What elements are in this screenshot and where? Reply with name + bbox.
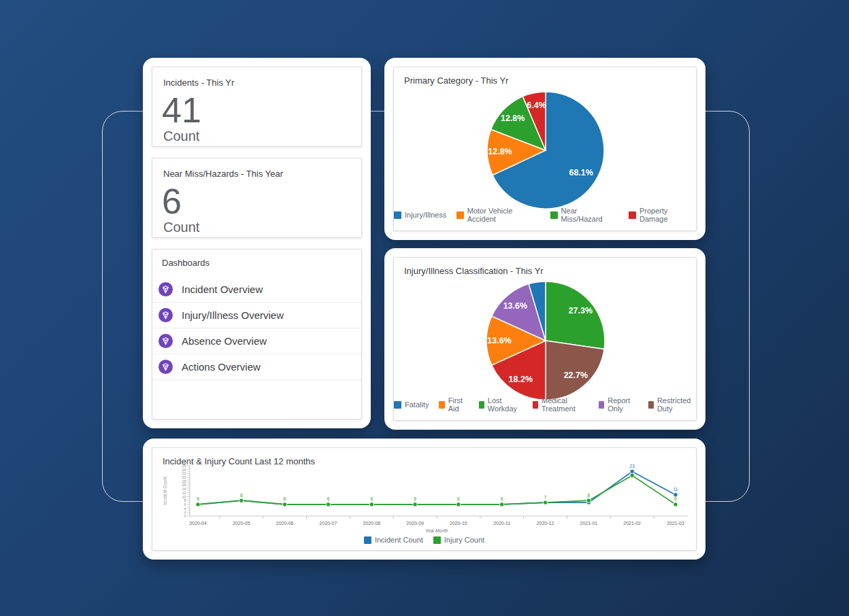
- svg-text:6: 6: [197, 496, 199, 501]
- kpi-value: 6: [162, 184, 350, 219]
- svg-text:12.8%: 12.8%: [501, 114, 525, 123]
- dashboards-card-title: Dashboards: [152, 258, 361, 268]
- svg-text:6: 6: [327, 496, 330, 501]
- primary-category-pie-chart[interactable]: 68.1%12.8%12.8%6.4%: [394, 84, 697, 224]
- svg-text:22.7%: 22.7%: [564, 371, 588, 380]
- dashboard-link-incident-overview[interactable]: Incident Overview: [152, 277, 361, 303]
- dashboards-card: Dashboards Incident Overview Injury/Illn…: [152, 249, 362, 420]
- dashboard-link-label: Actions Overview: [182, 361, 261, 373]
- legend-item[interactable]: Incident Count: [364, 536, 423, 544]
- svg-text:6: 6: [284, 496, 286, 501]
- svg-text:10: 10: [182, 495, 186, 499]
- svg-text:6: 6: [370, 496, 373, 501]
- svg-text:22: 22: [182, 471, 186, 475]
- legend-label: First Aid: [448, 396, 469, 413]
- dashboard-gem-icon: [159, 360, 173, 374]
- injury-classification-pie-chart[interactable]: 27.3%22.7%18.2%13.6%13.6%: [394, 275, 697, 414]
- legend-label: Restricted Duty: [657, 396, 696, 413]
- chart-title: Incident & Injury Count Last 12 months: [163, 456, 315, 466]
- incident-injury-trend-line-chart[interactable]: 024681012141618202224262020-042020-05202…: [161, 463, 698, 536]
- svg-text:8: 8: [588, 493, 590, 498]
- svg-text:8: 8: [184, 498, 186, 502]
- legend-label: Fatality: [405, 400, 429, 409]
- svg-text:13.6%: 13.6%: [487, 336, 511, 345]
- dashboard-gem-icon: [159, 334, 173, 348]
- svg-text:6.4%: 6.4%: [527, 101, 546, 110]
- legend-item[interactable]: Near Miss/Hazard: [550, 207, 618, 223]
- legend-swatch: [629, 211, 636, 219]
- legend-item[interactable]: Medical Treatment: [533, 396, 588, 413]
- svg-text:18.2%: 18.2%: [509, 375, 533, 384]
- svg-text:6: 6: [674, 496, 677, 501]
- dashboard-gem-icon: [159, 308, 173, 322]
- dashboard-link-label: Absence Overview: [182, 335, 267, 347]
- svg-text:2020-10: 2020-10: [450, 521, 467, 526]
- legend-label: Near Miss/Hazard: [561, 207, 619, 223]
- svg-text:13.6%: 13.6%: [503, 301, 527, 311]
- svg-text:23: 23: [630, 464, 635, 468]
- kpi-title: Incidents - This Yr: [163, 78, 350, 88]
- svg-text:12: 12: [182, 491, 186, 495]
- dashboard-link-label: Incident Overview: [182, 284, 263, 295]
- legend-label: Motor Vehicle Accident: [467, 207, 540, 223]
- svg-text:2021-01: 2021-01: [580, 521, 598, 526]
- kpi-title: Near Miss/Hazards - This Year: [163, 169, 350, 179]
- legend-label: Property Damage: [639, 207, 696, 223]
- primary-category-legend: Injury/IllnessMotor Vehicle AccidentNear…: [394, 207, 696, 223]
- legend-swatch: [394, 401, 401, 409]
- svg-text:16: 16: [182, 483, 186, 487]
- dashboard-link-label: Injury/Illness Overview: [182, 309, 284, 321]
- svg-text:0: 0: [184, 514, 186, 518]
- svg-text:11: 11: [673, 487, 678, 492]
- kpi-unit-label: Count: [163, 220, 350, 235]
- legend-swatch: [456, 211, 464, 219]
- svg-text:2020-12: 2020-12: [537, 521, 554, 526]
- legend-item[interactable]: Injury Count: [433, 536, 484, 544]
- legend-swatch: [394, 211, 401, 219]
- legend-item[interactable]: Property Damage: [629, 207, 696, 223]
- svg-text:Incident Count: Incident Count: [163, 477, 167, 505]
- trend-legend: Incident CountInjury Count: [152, 536, 696, 544]
- legend-label: Report Only: [607, 396, 637, 413]
- svg-text:20: 20: [182, 475, 186, 479]
- dashboard-link-injury-illness-overview[interactable]: Injury/Illness Overview: [152, 303, 361, 328]
- kpi-unit-label: Count: [163, 129, 350, 144]
- dashboard-gem-icon: [159, 282, 173, 296]
- svg-text:6: 6: [501, 496, 503, 501]
- dashboard-link-actions-overview[interactable]: Actions Overview: [152, 354, 361, 380]
- legend-item[interactable]: Restricted Duty: [648, 396, 696, 413]
- legend-label: Medical Treatment: [542, 396, 588, 413]
- chart-title: Injury/Illness Classification - This Yr: [404, 266, 544, 276]
- legend-swatch: [439, 401, 444, 409]
- left-panel: Incidents - This Yr 41 Count Near Miss/H…: [143, 58, 371, 428]
- legend-label: Injury Count: [444, 536, 484, 544]
- kpi-card-near-miss: Near Miss/Hazards - This Year 6 Count: [152, 158, 362, 238]
- legend-item[interactable]: Injury/Illness: [394, 211, 446, 219]
- primary-category-card: Primary Category - This Yr 68.1%12.8%12.…: [393, 67, 697, 231]
- svg-text:6: 6: [457, 496, 460, 501]
- svg-text:68.1%: 68.1%: [569, 168, 593, 177]
- svg-text:2021-02: 2021-02: [623, 521, 641, 526]
- legend-label: Injury/Illness: [405, 211, 446, 219]
- svg-text:2020-05: 2020-05: [233, 521, 250, 526]
- svg-text:4: 4: [184, 507, 186, 511]
- kpi-value: 41: [162, 92, 350, 128]
- primary-category-panel: Primary Category - This Yr 68.1%12.8%12.…: [384, 58, 705, 240]
- legend-item[interactable]: Fatality: [394, 400, 429, 409]
- legend-item[interactable]: Report Only: [599, 396, 638, 413]
- svg-text:8: 8: [240, 493, 243, 498]
- svg-text:14: 14: [182, 487, 186, 491]
- dashboards-list: Incident Overview Injury/Illness Overvie…: [152, 277, 361, 380]
- legend-swatch: [550, 211, 558, 219]
- svg-text:6: 6: [184, 502, 186, 507]
- svg-text:Year-Month: Year-Month: [425, 528, 448, 533]
- legend-item[interactable]: First Aid: [439, 396, 468, 413]
- dashboard-link-absence-overview[interactable]: Absence Overview: [152, 328, 361, 354]
- legend-item[interactable]: Motor Vehicle Accident: [456, 207, 540, 223]
- svg-text:24: 24: [182, 468, 186, 472]
- chart-title: Primary Category - This Yr: [404, 75, 508, 86]
- svg-text:2: 2: [184, 510, 186, 514]
- legend-item[interactable]: Lost Workday: [479, 396, 522, 413]
- svg-text:6: 6: [414, 496, 416, 501]
- svg-text:2021-03: 2021-03: [667, 521, 684, 526]
